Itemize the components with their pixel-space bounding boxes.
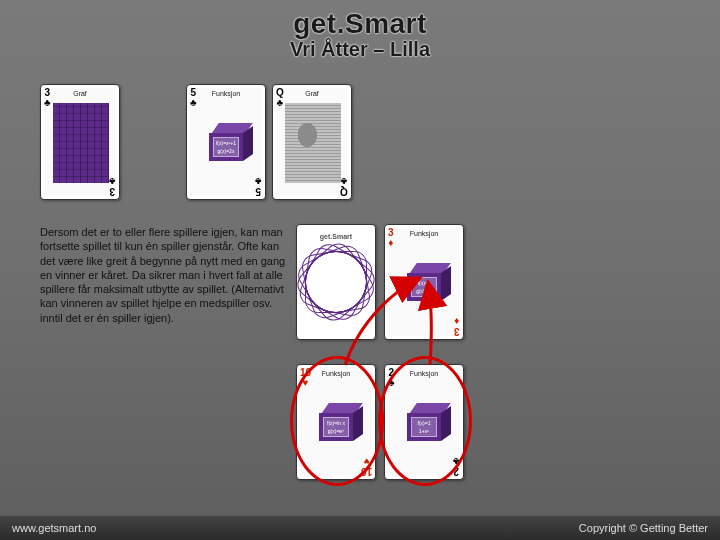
card-label: Funksjon — [201, 90, 251, 97]
spirograph-icon — [305, 251, 367, 313]
card-corner: 3♦ — [454, 316, 460, 336]
card-label: Funksjon — [399, 370, 449, 377]
footer-copyright: Copyright © Getting Better — [579, 522, 708, 534]
card-corner: 3♣ — [109, 176, 116, 196]
card-5-clubs-func: 5♣ Funksjon f(x)=x²+1g(x)=2x 5♣ — [186, 84, 266, 200]
cube-icon: f(x)=xg(x)=x² — [401, 259, 447, 305]
card-q-clubs-portrait: Q♣ Graf Q♣ — [272, 84, 352, 200]
card-label: Funksjon — [399, 230, 449, 237]
card-back: get.Smart — [296, 224, 376, 340]
footer-bar: www.getsmart.no Copyright © Getting Bett… — [0, 516, 720, 540]
graf-grid-icon — [53, 103, 109, 183]
page-subtitle: Vri Åtter – Lilla — [0, 38, 720, 61]
header-block: get.Smart Vri Åtter – Lilla — [0, 0, 720, 61]
portrait-icon — [285, 103, 341, 183]
cube-icon: f(x)=11+x² — [401, 399, 447, 445]
card-corner: 3♦ — [388, 228, 394, 248]
card-corner: 3♣ — [44, 88, 51, 108]
card-corner: 10♥ — [300, 368, 311, 388]
page-title: get.Smart — [0, 8, 720, 40]
card-corner: Q♣ — [276, 88, 284, 108]
cube-icon: f(x)=x²+1g(x)=2x — [203, 119, 249, 165]
card-label: Graf — [55, 90, 105, 97]
card-10-hearts-func: 10♥ Funksjon f(x)=ln xg(x)=eˣ 10♥ — [296, 364, 376, 480]
footer-url: www.getsmart.no — [12, 522, 96, 534]
cube-icon: f(x)=ln xg(x)=eˣ — [313, 399, 359, 445]
card-corner: 5♣ — [190, 88, 197, 108]
cardback-brand: get.Smart — [297, 233, 375, 240]
card-3-diamonds-func: 3♦ Funksjon f(x)=xg(x)=x² 3♦ — [384, 224, 464, 340]
card-label: Funksjon — [311, 370, 361, 377]
card-corner: Q♣ — [340, 176, 348, 196]
card-corner: 2♣ — [388, 368, 395, 388]
card-label: Graf — [287, 90, 337, 97]
card-corner: 10♥ — [361, 456, 372, 476]
card-corner: 5♣ — [255, 176, 262, 196]
card-corner: 2♣ — [453, 456, 460, 476]
card-3-clubs-graf: 3♣ Graf 3♣ — [40, 84, 120, 200]
body-paragraph: Dersom det er to eller flere spillere ig… — [40, 225, 288, 325]
card-2-clubs-func: 2♣ Funksjon f(x)=11+x² 2♣ — [384, 364, 464, 480]
